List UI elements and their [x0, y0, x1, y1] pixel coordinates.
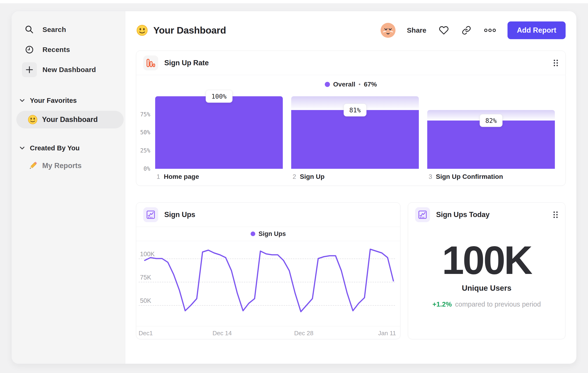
smiley-icon — [28, 114, 38, 125]
funnel-step-label: 2Sign Up — [293, 173, 325, 181]
drag-handle-icon[interactable] — [553, 59, 558, 67]
drag-handle-icon[interactable] — [553, 211, 558, 218]
pencil-icon — [28, 161, 38, 171]
sidebar-item-search[interactable]: Search — [22, 22, 125, 37]
legend-separator: • — [359, 81, 360, 88]
sidebar-item-my-reports[interactable]: My Reports — [28, 158, 125, 173]
sidebar-item-label: Search — [42, 26, 66, 34]
clock-icon — [22, 42, 37, 57]
funnel-chart: 75% 50% 25% 0% 100%81%82% — [136, 96, 565, 169]
funnel-bar-1[interactable]: 100% — [155, 96, 283, 169]
ellipsis-icon[interactable] — [484, 29, 496, 32]
sidebar-item-label: New Dashboard — [42, 66, 96, 74]
metric-value: 100K — [442, 240, 531, 280]
x-axis-tick: Dec 28 — [294, 330, 313, 337]
line-legend: Sign Ups — [136, 227, 400, 241]
chevron-down-icon — [20, 99, 25, 102]
funnel-value-tooltip: 81% — [344, 104, 367, 117]
title-wrap: Your Dashboard — [136, 24, 226, 36]
legend-dot — [251, 232, 255, 236]
sidebar-section-title: Created By You — [30, 144, 80, 152]
sidebar-item-label: Your Dashboard — [42, 115, 98, 124]
card-header: Sign Ups — [136, 202, 400, 227]
funnel-value-tooltip: 82% — [480, 114, 503, 127]
y-axis-tick: 0% — [136, 165, 150, 172]
card-title: Sign Up Rate — [164, 59, 209, 67]
legend-value: 67% — [364, 81, 377, 88]
funnel-bar-fill — [427, 121, 555, 169]
x-axis-tick: Dec 14 — [213, 330, 232, 337]
sidebar-item-new-dashboard[interactable]: New Dashboard — [22, 62, 125, 77]
header-actions: Share Add Report — [380, 21, 566, 39]
y-axis-tick: 25% — [136, 147, 150, 154]
metric-body: 100K Unique Users +1.2% compared to prev… — [408, 227, 565, 308]
smiley-icon — [136, 24, 148, 36]
sidebar-section-created-by-you[interactable]: Created By You — [20, 143, 125, 153]
background-window-strip — [0, 0, 588, 3]
funnel-legend: Overall • 67% — [136, 81, 565, 88]
funnel-bar-fill — [155, 96, 283, 169]
funnel-bar-3[interactable]: 82% — [427, 96, 555, 169]
funnel-step-label: 1Home page — [157, 173, 199, 181]
funnel-category-labels: 1Home page2Sign Up3Sign Up Confirmation — [136, 173, 565, 182]
sidebar-item-label: My Reports — [42, 161, 82, 170]
sidebar-section-favorites[interactable]: Your Favorites — [20, 95, 125, 106]
funnel-step-name: Home page — [164, 173, 199, 181]
chevron-down-icon — [20, 146, 25, 150]
legend-label: Sign Ups — [259, 230, 286, 238]
delta-value: +1.2% — [432, 301, 452, 308]
app-window: Search Recents New Dashboard Your Favori… — [12, 11, 576, 364]
sign-ups-card: Sign Ups Sign Ups 100K 75K 50K — [136, 202, 400, 339]
sidebar-item-recents[interactable]: Recents — [22, 42, 125, 57]
card-title: Sign Ups — [164, 211, 195, 219]
funnel-bar-2[interactable]: 81% — [291, 96, 419, 169]
heart-icon[interactable] — [439, 25, 449, 35]
funnel-step-label: 3Sign Up Confirmation — [429, 173, 503, 181]
bar-chart-icon — [143, 55, 158, 71]
y-axis-tick: 75% — [136, 111, 150, 118]
plus-icon — [22, 62, 37, 77]
signups-line[interactable] — [145, 249, 393, 312]
sidebar-item-your-dashboard[interactable]: Your Dashboard — [16, 111, 124, 129]
card-header: Sign Ups Today — [408, 202, 565, 227]
search-icon — [22, 22, 37, 37]
card-header: Sign Up Rate — [136, 51, 565, 75]
funnel-step-index: 3 — [429, 173, 432, 181]
metric-delta: +1.2% compared to previous period — [432, 301, 541, 308]
line-chart-icon — [143, 207, 158, 222]
funnel-step-index: 1 — [157, 173, 160, 181]
line-plot: 100K 75K 50K — [139, 242, 395, 326]
x-axis-tick: Jan 11 — [378, 330, 396, 337]
funnel-step-name: Sign Up Confirmation — [436, 173, 503, 181]
page-title: Your Dashboard — [153, 25, 226, 36]
card-title: Sign Ups Today — [436, 211, 490, 219]
legend-dot — [325, 82, 330, 87]
sign-ups-today-card: Sign Ups Today 100K Unique Users +1.2% c… — [408, 202, 565, 339]
funnel-value-tooltip: 100% — [206, 90, 232, 103]
funnel-step-index: 2 — [293, 173, 296, 181]
x-axis: Dec1 Dec 14 Dec 28 Jan 11 — [136, 326, 400, 339]
sidebar-section-title: Your Favorites — [30, 97, 77, 104]
y-axis-tick: 50% — [136, 129, 150, 136]
sidebar-item-label: Recents — [42, 46, 70, 54]
funnel-bar-fill — [291, 110, 419, 169]
funnel-step-name: Sign Up — [300, 173, 325, 181]
bottom-row: Sign Ups Sign Ups 100K 75K 50K — [136, 202, 566, 339]
metric-label: Unique Users — [462, 284, 512, 292]
share-button[interactable]: Share — [407, 26, 426, 34]
link-icon[interactable] — [462, 26, 471, 35]
dashboard-header: Your Dashboard Share Add Report — [136, 20, 566, 40]
legend-label: Overall — [333, 81, 355, 88]
sidebar: Search Recents New Dashboard Your Favori… — [12, 11, 125, 364]
add-report-button[interactable]: Add Report — [507, 21, 566, 39]
main-content: Your Dashboard Share Add Report — [125, 11, 576, 364]
avatar[interactable] — [380, 23, 396, 38]
signups-line-svg — [139, 242, 395, 326]
line-chart-icon — [415, 207, 430, 222]
delta-caption: compared to previous period — [455, 301, 541, 308]
sign-up-rate-card: Sign Up Rate Overall • 67% 75% 50% 25% 0… — [136, 50, 566, 186]
x-axis-tick: Dec1 — [139, 330, 153, 337]
